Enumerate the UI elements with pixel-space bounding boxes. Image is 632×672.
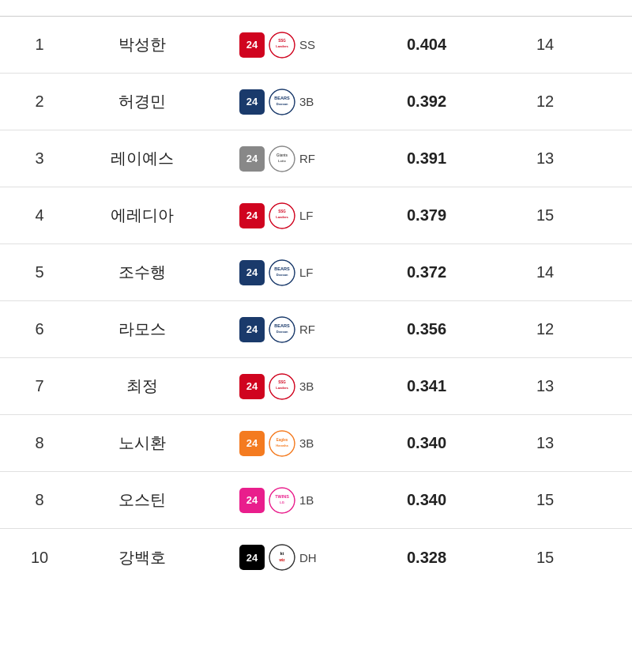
cell-name: 박성한	[79, 34, 205, 55]
svg-text:Doosan: Doosan	[276, 102, 288, 106]
number-badge: 24	[239, 488, 265, 513]
cell-team: 24 SSG Landers 3B	[205, 373, 356, 400]
cell-team: 24 BEARS Doosan LF	[205, 259, 356, 286]
svg-text:Giants: Giants	[276, 153, 288, 157]
svg-text:Landers: Landers	[276, 215, 288, 219]
cell-avg: 0.328	[356, 549, 498, 567]
number-badge: 24	[239, 317, 265, 342]
number-badge: 24	[239, 203, 265, 228]
number-badge: 24	[239, 374, 265, 399]
table-row: 3 레이예스 24 Giants Lotte RF 0.391 13	[0, 130, 632, 187]
cell-g: 15	[498, 491, 592, 509]
cell-team: 24 Giants Lotte RF	[205, 145, 356, 172]
team-logo: SSG Landers	[269, 202, 295, 229]
position-label: LF	[299, 209, 322, 222]
cell-name: 조수행	[79, 262, 205, 283]
svg-text:TWINS: TWINS	[275, 494, 289, 499]
svg-text:Hanwha: Hanwha	[276, 444, 288, 447]
position-label: RF	[299, 323, 322, 336]
number-badge: 24	[239, 89, 265, 115]
cell-g: 13	[498, 149, 592, 168]
svg-point-27	[269, 545, 295, 570]
cell-rank: 4	[0, 206, 79, 225]
team-logo: BEARS Doosan	[269, 316, 295, 343]
cell-name: 에레디아	[79, 205, 205, 226]
cell-avg: 0.372	[356, 263, 498, 281]
cell-g: 12	[498, 92, 592, 111]
cell-g: 13	[498, 434, 592, 452]
header-avg-group	[356, 8, 498, 16]
cell-rank: 10	[0, 549, 79, 567]
cell-rank: 3	[0, 149, 79, 168]
cell-team: 24 TWINS LG 1B	[205, 487, 356, 514]
number-badge: 24	[239, 431, 265, 456]
cell-team: 24 SSG Landers SS	[205, 32, 356, 59]
cell-name: 노시환	[79, 432, 205, 454]
cell-name: 오스틴	[79, 489, 205, 511]
table-row: 2 허경민 24 BEARS Doosan 3B 0.392 12	[0, 74, 632, 130]
table-row: 10 강백호 24 kt wiz DH 0.328 15	[0, 529, 632, 586]
cell-rank: 8	[0, 491, 79, 509]
cell-team: 24 kt wiz DH	[205, 544, 356, 571]
table-header	[0, 0, 632, 17]
cell-rank: 6	[0, 320, 79, 338]
table-row: 4 에레디아 24 SSG Landers LF 0.379 15	[0, 187, 632, 244]
header-name	[79, 9, 205, 16]
team-logo: kt wiz	[269, 544, 295, 571]
position-label: 1B	[299, 493, 322, 507]
cell-avg: 0.340	[356, 434, 498, 452]
table-row: 5 조수행 24 BEARS Doosan LF 0.372 14	[0, 244, 632, 301]
cell-team: 24 Eagles Hanwha 3B	[205, 430, 356, 457]
svg-text:Landers: Landers	[276, 44, 288, 48]
position-label: 3B	[299, 95, 322, 108]
cell-avg: 0.340	[356, 491, 498, 509]
table-row: 6 라모스 24 BEARS Doosan RF 0.356 12	[0, 301, 632, 358]
table-row: 8 노시환 24 Eagles Hanwha 3B 0.340 13	[0, 415, 632, 472]
svg-text:Eagles: Eagles	[276, 438, 288, 442]
team-logo: Eagles Hanwha	[269, 430, 295, 457]
cell-name: 라모스	[79, 319, 205, 340]
position-label: 3B	[299, 379, 322, 393]
cell-name: 최정	[79, 376, 205, 397]
number-badge: 24	[239, 260, 265, 285]
position-label: DH	[299, 551, 322, 564]
cell-g: 15	[498, 206, 592, 225]
cell-rank: 8	[0, 434, 79, 452]
number-badge: 24	[239, 32, 265, 58]
svg-text:SSG: SSG	[278, 210, 286, 213]
cell-rank: 2	[0, 92, 79, 111]
cell-avg: 0.392	[356, 92, 498, 111]
cell-avg: 0.379	[356, 206, 498, 225]
cell-avg: 0.341	[356, 377, 498, 395]
table-body: 1 박성한 24 SSG Landers SS 0.404 14 2 허경민 2…	[0, 17, 632, 586]
cell-g: 13	[498, 377, 592, 395]
cell-avg: 0.391	[356, 149, 498, 168]
cell-avg: 0.356	[356, 320, 498, 338]
team-logo: BEARS Doosan	[269, 89, 295, 115]
svg-text:SSG: SSG	[278, 39, 286, 43]
header-rank	[0, 9, 79, 16]
main-container: 1 박성한 24 SSG Landers SS 0.404 14 2 허경민 2…	[0, 0, 632, 586]
team-logo: SSG Landers	[269, 373, 295, 400]
svg-text:BEARS: BEARS	[274, 266, 290, 271]
cell-team: 24 BEARS Doosan RF	[205, 316, 356, 343]
table-row: 7 최정 24 SSG Landers 3B 0.341 13	[0, 358, 632, 415]
cell-g: 12	[498, 320, 592, 338]
cell-name: 레이예스	[79, 148, 205, 169]
cell-team: 24 BEARS Doosan 3B	[205, 89, 356, 115]
position-label: RF	[299, 152, 322, 165]
number-badge: 24	[239, 545, 265, 570]
cell-g: 15	[498, 549, 592, 567]
team-logo: Giants Lotte	[269, 145, 295, 172]
position-label: SS	[299, 38, 322, 51]
svg-text:LG: LG	[280, 500, 284, 504]
header-g	[498, 9, 592, 16]
table-row: 8 오스틴 24 TWINS LG 1B 0.340 15	[0, 472, 632, 529]
header-team	[205, 9, 356, 16]
svg-text:BEARS: BEARS	[274, 323, 290, 328]
cell-rank: 7	[0, 377, 79, 395]
svg-text:Lotte: Lotte	[278, 159, 287, 163]
svg-text:BEARS: BEARS	[274, 96, 290, 100]
svg-text:Doosan: Doosan	[276, 330, 288, 334]
team-logo: SSG Landers	[269, 32, 295, 59]
